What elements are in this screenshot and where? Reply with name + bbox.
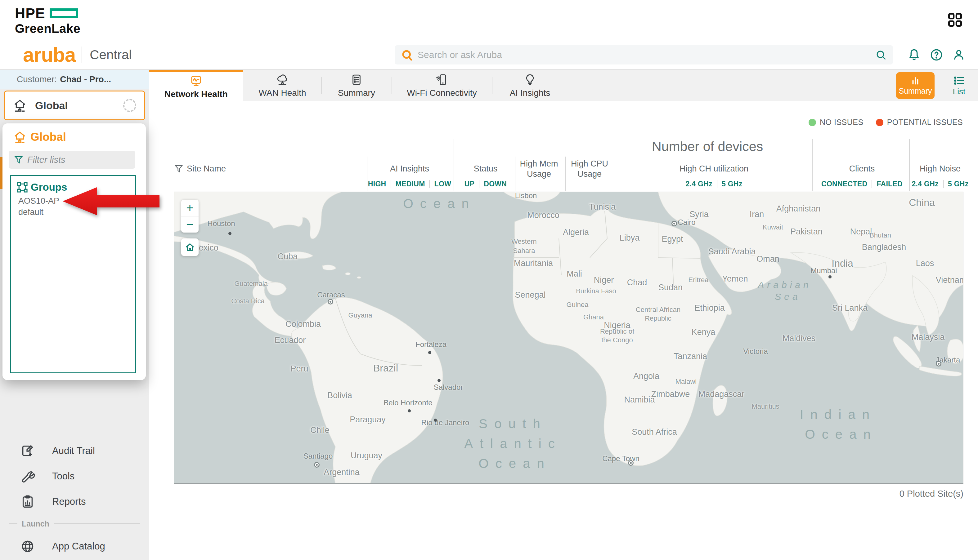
- sidebar-item-audit-trail[interactable]: Audit Trail: [0, 440, 149, 462]
- home-network-icon: [13, 130, 27, 144]
- product-header: aruba Central: [0, 40, 978, 70]
- tab-label: AI Insights: [510, 88, 551, 98]
- tab-label: WAN Health: [259, 88, 306, 98]
- sidebar-item-app-catalog[interactable]: App Catalog: [0, 535, 149, 557]
- column-divider: [812, 139, 813, 191]
- map-landmass: [174, 192, 963, 484]
- map-city-marker: [428, 351, 431, 354]
- legend-item-potential-issues: POTENTIAL ISSUES: [876, 118, 963, 127]
- column-filter-failed[interactable]: FAILED: [871, 180, 907, 188]
- legend-dot: [876, 119, 883, 126]
- search-icon[interactable]: [875, 49, 887, 61]
- column-label: AI Insights: [363, 164, 456, 174]
- sidebar-item-tools[interactable]: Tools: [0, 465, 149, 487]
- column-filter-5-ghz[interactable]: 5 GHz: [943, 180, 973, 188]
- column-filter-down[interactable]: DOWN: [479, 180, 511, 188]
- summary-view-label: Summary: [899, 87, 932, 95]
- column-label: High Noise: [906, 164, 974, 174]
- list-icon: [953, 76, 965, 86]
- sidebar-item-reports[interactable]: Reports: [0, 491, 149, 513]
- site-name-label: Site Name: [187, 164, 226, 173]
- column-header-high-ch-utilization: High CH utilization2.4 GHz5 GHz: [663, 164, 765, 188]
- zoom-out-button[interactable]: −: [181, 217, 199, 233]
- filter-lists-input[interactable]: [23, 155, 146, 165]
- legend-dot: [809, 119, 816, 126]
- map-city-marker: [437, 379, 441, 382]
- search-input[interactable]: [413, 50, 875, 60]
- column-label: High CH utilization: [663, 164, 765, 174]
- wifi-tab-icon: [435, 73, 448, 86]
- legend-label: POTENTIAL ISSUES: [887, 118, 963, 127]
- hpe-logo-text: HPE: [15, 5, 45, 22]
- groups-title: Groups: [31, 182, 67, 193]
- column-label: Status: [458, 164, 514, 174]
- customer-name: Chad - Pro...: [60, 74, 111, 84]
- column-filter-low[interactable]: LOW: [429, 180, 456, 188]
- list-view-label: List: [953, 87, 965, 97]
- notifications-bell-icon[interactable]: [907, 48, 921, 62]
- global-search-bar[interactable]: [395, 45, 893, 65]
- legend-item-no-issues: NO ISSUES: [809, 118, 863, 127]
- tab-wan-health[interactable]: WAN Health: [243, 70, 322, 101]
- top-bar: HPE GreenLake: [0, 0, 978, 40]
- tab-divider: [492, 77, 492, 94]
- customer-label: Customer:: [17, 74, 57, 84]
- world-map[interactable]: OceanSouthAtlanticOceanIndianOceanArabia…: [174, 192, 963, 484]
- column-filter-2.4-ghz[interactable]: 2.4 GHz: [681, 180, 716, 188]
- sidebar-item-label: App Catalog: [52, 541, 105, 552]
- annotation-arrow: [62, 187, 162, 216]
- zoom-in-button[interactable]: +: [181, 200, 199, 217]
- map-city-marker: [408, 409, 411, 412]
- column-header-clients: ClientsCONNECTEDFAILED: [817, 164, 907, 188]
- home-icon: [184, 242, 195, 253]
- column-filter-high[interactable]: HIGH: [364, 180, 391, 188]
- column-divider: [515, 157, 516, 191]
- brand-divider: [82, 47, 82, 63]
- filter-funnel-icon: [13, 155, 23, 165]
- map-city-marker: [628, 460, 634, 466]
- map-zoom-controls: + −: [181, 200, 199, 233]
- devices-table-title: Number of devices: [645, 139, 769, 154]
- column-label: High Mem Usage: [516, 159, 562, 179]
- user-account-icon[interactable]: [952, 48, 966, 62]
- audit-icon: [20, 444, 35, 458]
- tab-wi-fi-connectivity[interactable]: Wi-Fi Connectivity: [392, 70, 492, 101]
- column-divider: [615, 157, 615, 191]
- list-view-button[interactable]: List: [945, 74, 973, 98]
- column-header-ai-insights: AI InsightsHIGHMEDIUMLOW: [363, 164, 456, 188]
- tab-network-health[interactable]: Network Health: [149, 70, 243, 101]
- map-city-marker: [229, 232, 232, 235]
- site-name-column-header: Site Name: [174, 164, 226, 173]
- tab-ai-insights[interactable]: AI Insights: [492, 70, 568, 101]
- dropdown-global-item[interactable]: Global: [13, 130, 66, 144]
- column-filter-up[interactable]: UP: [460, 180, 479, 188]
- app-launcher-grid-icon[interactable]: [947, 12, 963, 28]
- app-root: HPE GreenLake aruba Central: [0, 0, 978, 560]
- column-filter-2.4-ghz[interactable]: 2.4 GHz: [907, 180, 943, 188]
- scope-selector-global[interactable]: Global: [4, 90, 145, 120]
- summary-view-button[interactable]: Summary: [896, 72, 935, 99]
- column-header-high-noise: High Noise2.4 GHz5 GHz: [906, 164, 974, 188]
- tools-icon: [20, 469, 35, 483]
- column-divider: [367, 157, 367, 191]
- filter-lists-box[interactable]: [9, 151, 135, 169]
- greenlake-logo-text: GreenLake: [15, 22, 80, 36]
- bar-chart-icon: [910, 76, 921, 85]
- hpe-greenlake-logo: HPE GreenLake: [15, 5, 80, 36]
- legend-label: NO ISSUES: [820, 118, 863, 127]
- column-header-high-cpu-usage: High CPU Usage: [566, 159, 613, 179]
- scope-dropdown-panel: Global Groups AOS10-APdefault: [2, 123, 146, 380]
- column-filter-5-ghz[interactable]: 5 GHz: [717, 180, 747, 188]
- column-filter-connected[interactable]: CONNECTED: [817, 180, 871, 188]
- map-city-marker: [671, 221, 677, 227]
- site-filter-icon[interactable]: [174, 164, 184, 173]
- column-header-high-mem-usage: High Mem Usage: [516, 159, 562, 179]
- help-icon[interactable]: [930, 48, 943, 62]
- customer-bar: Customer: Chad - Pro...: [0, 70, 149, 89]
- map-home-button[interactable]: [181, 238, 199, 256]
- tab-label: Wi-Fi Connectivity: [407, 88, 477, 98]
- column-filter-medium[interactable]: MEDIUM: [391, 180, 429, 188]
- column-divider: [454, 139, 454, 191]
- tab-summary[interactable]: Summary: [322, 70, 392, 101]
- sidebar-item-label: Tools: [52, 471, 75, 482]
